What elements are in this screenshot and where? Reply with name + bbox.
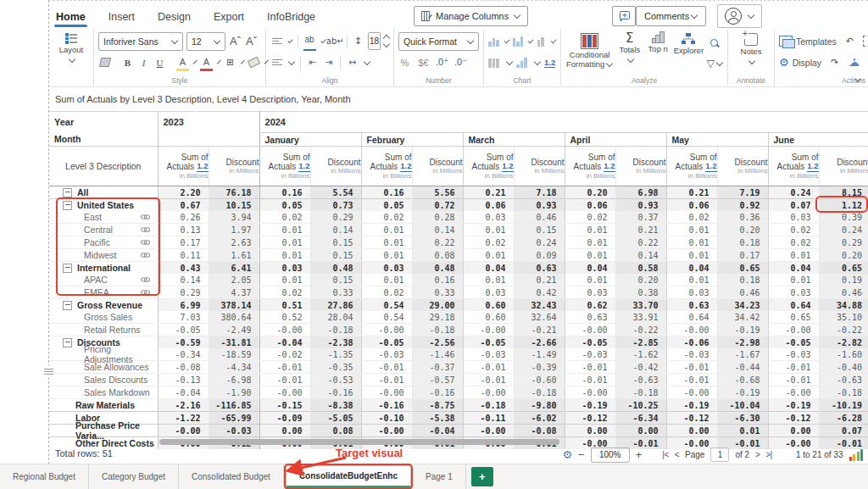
value-cell[interactable]: 6.41: [209, 262, 259, 275]
value-cell[interactable]: 0.02: [768, 236, 819, 249]
percent-button[interactable]: %: [398, 55, 411, 70]
value-cell[interactable]: 0.18: [717, 236, 768, 249]
value-cell[interactable]: 0.04: [565, 262, 615, 275]
value-cell[interactable]: 0.08: [412, 249, 463, 262]
value-cell[interactable]: -1.49: [514, 348, 565, 361]
value-cell[interactable]: 0.33: [412, 286, 463, 299]
value-cell[interactable]: 27.86: [310, 299, 361, 312]
value-cell[interactable]: 0.04: [463, 262, 514, 275]
value-cell[interactable]: 0.09: [514, 249, 565, 262]
value-cell[interactable]: 0.07: [768, 199, 819, 212]
value-cell[interactable]: 0.00: [259, 425, 310, 437]
conditional-formatting-button[interactable]: Conditional Formatting: [565, 31, 614, 75]
header-sum-of-actuals[interactable]: Sum ofActuals1.2in Billions: [259, 147, 310, 186]
value-cell[interactable]: 0.05: [259, 199, 310, 212]
value-cell[interactable]: 0.02: [259, 211, 310, 224]
value-cell[interactable]: -6.98: [209, 374, 259, 386]
value-cell[interactable]: -8.75: [412, 399, 463, 412]
value-cell[interactable]: -0.01: [666, 361, 717, 374]
totals-button[interactable]: Σ Totals: [615, 31, 643, 75]
value-cell[interactable]: -0.02: [259, 348, 310, 361]
value-cell[interactable]: 34.88: [819, 299, 868, 312]
value-cell[interactable]: 0.08: [310, 425, 361, 437]
value-cell[interactable]: 0.24: [768, 186, 819, 199]
explorer-button[interactable]: Explorer: [672, 31, 705, 75]
display-button[interactable]: ⚙ Display: [779, 56, 821, 69]
shrink-font-button[interactable]: Aˇ: [245, 34, 258, 49]
header-sum-of-actuals[interactable]: Sum ofActuals1.2in Billions: [666, 147, 717, 186]
collapse-icon[interactable]: [63, 301, 72, 310]
value-cell[interactable]: 34.42: [717, 311, 768, 324]
zoom-out-button[interactable]: −: [578, 448, 585, 461]
value-cell[interactable]: 0.20: [819, 249, 868, 262]
row-height-input[interactable]: 18: [368, 32, 381, 50]
value-cell[interactable]: -2.38: [310, 336, 361, 349]
header-discount[interactable]: Discountin Millions: [819, 147, 868, 186]
value-cell[interactable]: 0.16: [361, 186, 412, 199]
settings-gear-icon[interactable]: ⚙: [562, 448, 572, 461]
row-label-cell[interactable]: All: [49, 186, 158, 199]
value-cell[interactable]: -0.00: [259, 324, 310, 336]
value-cell[interactable]: -0.11: [463, 412, 514, 425]
selection-frame-button[interactable]: [863, 36, 868, 47]
value-cell[interactable]: 0.21: [666, 186, 717, 199]
value-cell[interactable]: 0.28: [412, 211, 463, 224]
tab-insert[interactable]: Insert: [108, 11, 135, 23]
value-cell[interactable]: 0.01: [259, 224, 310, 236]
value-cell[interactable]: 0.02: [666, 211, 717, 224]
value-cell[interactable]: -0.05: [768, 336, 819, 349]
value-cell[interactable]: -0.00: [361, 324, 412, 336]
value-cell[interactable]: -0.00: [463, 386, 514, 399]
value-cell[interactable]: -2.49: [209, 324, 259, 336]
value-cell[interactable]: 0.14: [158, 274, 209, 286]
value-cell[interactable]: 0.29: [310, 211, 361, 224]
undo-button[interactable]: ↶: [843, 34, 856, 49]
header-discount[interactable]: Discountin Millions: [615, 147, 666, 186]
grow-font-button[interactable]: Aˆ: [229, 34, 242, 49]
value-cell[interactable]: 0.03: [768, 211, 819, 224]
value-cell[interactable]: -0.01: [259, 361, 310, 374]
value-cell[interactable]: 0.36: [717, 211, 768, 224]
combo-chart-button[interactable]: [537, 36, 546, 47]
value-cell[interactable]: -1.60: [819, 348, 868, 361]
value-cell[interactable]: -0.53: [310, 374, 361, 386]
value-cell[interactable]: 0.06: [565, 199, 615, 212]
header-discount[interactable]: Discountin Millions: [310, 147, 361, 186]
value-cell[interactable]: -6.02: [514, 412, 565, 425]
value-cell[interactable]: -0.19: [717, 386, 768, 399]
page-tab-category-budget[interactable]: Category Budget: [89, 464, 179, 489]
value-cell[interactable]: 0.38: [615, 286, 666, 299]
value-cell[interactable]: 0.01: [666, 236, 717, 249]
value-cell[interactable]: -0.00: [768, 386, 819, 399]
value-cell[interactable]: 2.63: [209, 236, 259, 249]
row-label-cell[interactable]: Retail Returns: [49, 324, 158, 336]
value-cell[interactable]: -10.04: [717, 399, 768, 412]
value-cell[interactable]: 2.20: [158, 186, 209, 199]
value-cell[interactable]: -0.06: [666, 336, 717, 349]
value-cell[interactable]: 0.02: [259, 286, 310, 299]
value-cell[interactable]: -31.81: [209, 336, 259, 349]
redo-button[interactable]: ↷: [828, 55, 841, 70]
value-cell[interactable]: -0.01: [768, 361, 819, 374]
value-cell[interactable]: 7.03: [158, 311, 209, 324]
wrap-text-button[interactable]: ab: [303, 32, 316, 51]
value-cell[interactable]: -0.03: [565, 348, 615, 361]
value-cell[interactable]: -0.00: [768, 324, 819, 336]
value-cell[interactable]: 0.21: [514, 274, 565, 286]
value-cell[interactable]: -0.60: [514, 374, 565, 386]
value-cell[interactable]: 0.01: [361, 274, 412, 286]
row-label-cell[interactable]: East: [49, 211, 158, 224]
value-cell[interactable]: -0.01: [565, 374, 615, 386]
value-cell[interactable]: -0.01: [768, 374, 819, 386]
value-cell[interactable]: 0.64: [666, 311, 717, 324]
value-cell[interactable]: -0.00: [361, 425, 412, 437]
header-sum-of-actuals[interactable]: Sum ofActuals1.2in Billions: [361, 147, 412, 186]
value-cell[interactable]: 0.42: [514, 286, 565, 299]
value-cell[interactable]: -0.18: [514, 386, 565, 399]
visual-drag-handle[interactable]: [44, 365, 53, 377]
row-label-cell[interactable]: International: [49, 262, 158, 275]
value-cell[interactable]: 0.17: [717, 249, 768, 262]
value-cell[interactable]: 0.64: [768, 299, 819, 312]
row-label-cell[interactable]: Pricing Adjustments: [49, 348, 158, 361]
italic-button[interactable]: I: [137, 55, 150, 70]
